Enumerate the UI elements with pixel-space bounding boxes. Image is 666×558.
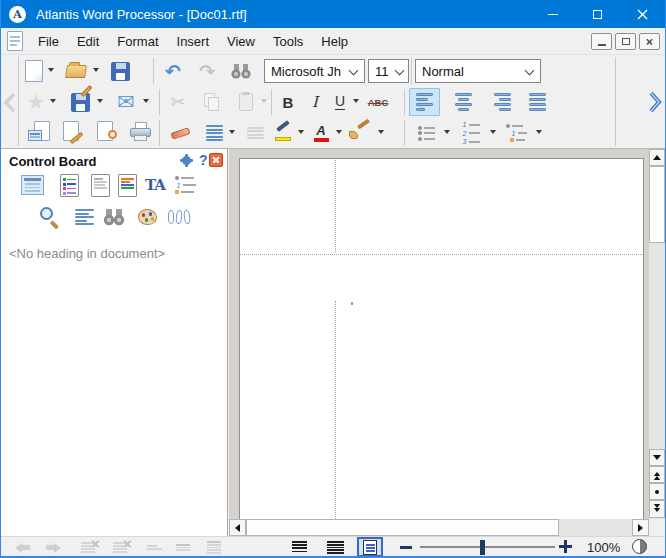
justify-button[interactable] — [522, 89, 553, 115]
scroll-left-button[interactable] — [229, 519, 246, 536]
expand-headings-button[interactable] — [201, 540, 227, 555]
font-size-combobox[interactable]: 11 — [368, 59, 409, 83]
find-button[interactable] — [227, 58, 255, 84]
document-page[interactable] — [239, 158, 644, 519]
menu-file[interactable]: File — [29, 33, 68, 50]
zoom-slider-track[interactable] — [420, 546, 555, 548]
line-spacing-dropdown[interactable] — [229, 130, 235, 137]
strikethrough-button[interactable]: ABC — [361, 89, 395, 115]
copy-button[interactable] — [198, 89, 226, 115]
menu-help[interactable]: Help — [312, 33, 357, 50]
numbered-list-button[interactable]: 1 2 3 — [453, 120, 487, 146]
attachments-tool-button[interactable] — [164, 202, 194, 232]
cut-button[interactable]: ✂ — [164, 89, 192, 115]
scroll-up-button[interactable] — [649, 149, 665, 166]
title-bar[interactable]: A Atlantis Word Processor - [Doc01.rtf] — [1, 0, 665, 28]
paste-button[interactable] — [232, 89, 260, 115]
email-button[interactable]: ✉ — [111, 89, 141, 115]
bold-button[interactable]: B — [275, 89, 301, 115]
menu-format[interactable]: Format — [108, 33, 167, 50]
eraser-button[interactable] — [165, 120, 195, 146]
highlight-dropdown[interactable] — [298, 130, 304, 137]
scroll-right-button[interactable] — [632, 519, 649, 536]
align-center-button[interactable] — [448, 89, 479, 115]
open-button[interactable] — [61, 58, 91, 84]
zoom-slider-thumb[interactable] — [480, 540, 485, 555]
favorites-button[interactable]: ★ — [23, 89, 49, 115]
bullet-list-dropdown[interactable] — [444, 130, 450, 137]
previous-page-button[interactable] — [649, 466, 665, 483]
save-special-dropdown[interactable] — [97, 99, 103, 106]
align-right-button[interactable] — [487, 89, 518, 115]
close-button[interactable] — [620, 0, 665, 28]
underline-button[interactable]: U — [328, 89, 352, 115]
page-setup-button[interactable] — [59, 119, 87, 145]
forward-button[interactable] — [41, 540, 71, 555]
web-view-button[interactable] — [327, 540, 344, 555]
new-document-dropdown[interactable] — [48, 68, 54, 75]
doc-close-button[interactable] — [639, 33, 660, 50]
print-preview-button[interactable] — [93, 119, 121, 145]
collapse-headings-button[interactable] — [170, 540, 196, 555]
select-browse-object-button[interactable] — [649, 483, 665, 500]
delete-heading-button[interactable] — [77, 540, 103, 555]
font-color-button[interactable]: A — [307, 120, 335, 146]
bullet-list-button[interactable] — [410, 120, 442, 146]
bookmarks-tab-button[interactable] — [112, 170, 142, 200]
font-name-combobox[interactable]: Microsoft Jh — [264, 59, 365, 83]
multilevel-list-button[interactable]: 1 — [499, 120, 533, 146]
print-button[interactable] — [127, 119, 155, 145]
print-layout-view-button[interactable] — [357, 537, 383, 557]
next-page-button[interactable] — [649, 500, 665, 518]
colors-tool-button[interactable] — [132, 202, 162, 232]
full-screen-toggle-icon[interactable] — [632, 539, 647, 554]
gear-icon[interactable] — [182, 156, 191, 165]
horizontal-scroll-thumb[interactable] — [246, 519, 559, 536]
highlight-button[interactable] — [271, 118, 297, 144]
minimize-button[interactable] — [530, 0, 575, 28]
find-tool-button[interactable] — [99, 202, 129, 232]
toolbar-scroll-left-button[interactable] — [3, 92, 17, 117]
help-icon[interactable]: ? — [199, 152, 208, 168]
redo-button[interactable]: ↷ — [193, 58, 221, 84]
vertical-scroll-thumb[interactable] — [649, 166, 665, 243]
paragraph-tool-button[interactable] — [69, 202, 99, 232]
save-special-button[interactable] — [65, 89, 95, 115]
back-button[interactable] — [5, 540, 35, 555]
open-dropdown[interactable] — [93, 68, 99, 75]
headings-tab-button[interactable] — [17, 170, 47, 200]
fonts-tab-button[interactable]: TA — [140, 170, 170, 200]
paste-dropdown[interactable] — [261, 99, 267, 106]
style-combobox[interactable]: Normal — [415, 59, 541, 83]
styles-tab-button[interactable] — [54, 170, 84, 200]
zoom-tool-button[interactable] — [35, 202, 65, 232]
control-board-close-button[interactable] — [209, 153, 223, 167]
doc-minimize-button[interactable] — [591, 33, 612, 50]
menu-view[interactable]: View — [218, 33, 264, 50]
delete-content-button[interactable] — [109, 540, 135, 555]
maximize-button[interactable] — [575, 0, 620, 28]
multilevel-list-dropdown[interactable] — [536, 130, 542, 137]
favorites-dropdown[interactable] — [50, 99, 56, 106]
address-book-button[interactable] — [25, 119, 53, 145]
move-heading-button[interactable] — [141, 540, 167, 555]
font-color-dropdown[interactable] — [336, 130, 342, 137]
toolbar-scroll-right-button[interactable] — [647, 91, 663, 117]
email-dropdown[interactable] — [143, 99, 149, 106]
align-left-button[interactable] — [409, 88, 440, 116]
outline-tab-button[interactable]: 1 — [170, 170, 200, 200]
zoom-in-button[interactable] — [559, 540, 572, 553]
underline-dropdown[interactable] — [353, 99, 359, 106]
save-button[interactable] — [105, 58, 135, 84]
format-painter-button[interactable] — [343, 118, 375, 144]
new-document-button[interactable] — [21, 58, 47, 84]
formatting-marks-button[interactable] — [241, 120, 269, 146]
numbered-list-dropdown[interactable] — [490, 130, 496, 137]
line-spacing-button[interactable] — [200, 120, 228, 146]
zoom-out-button[interactable] — [400, 546, 412, 549]
draft-view-button[interactable] — [292, 540, 307, 554]
undo-button[interactable]: ↶ — [159, 58, 187, 84]
italic-button[interactable]: I — [302, 89, 328, 115]
sections-tab-button[interactable] — [85, 170, 115, 200]
menu-edit[interactable]: Edit — [68, 33, 108, 50]
